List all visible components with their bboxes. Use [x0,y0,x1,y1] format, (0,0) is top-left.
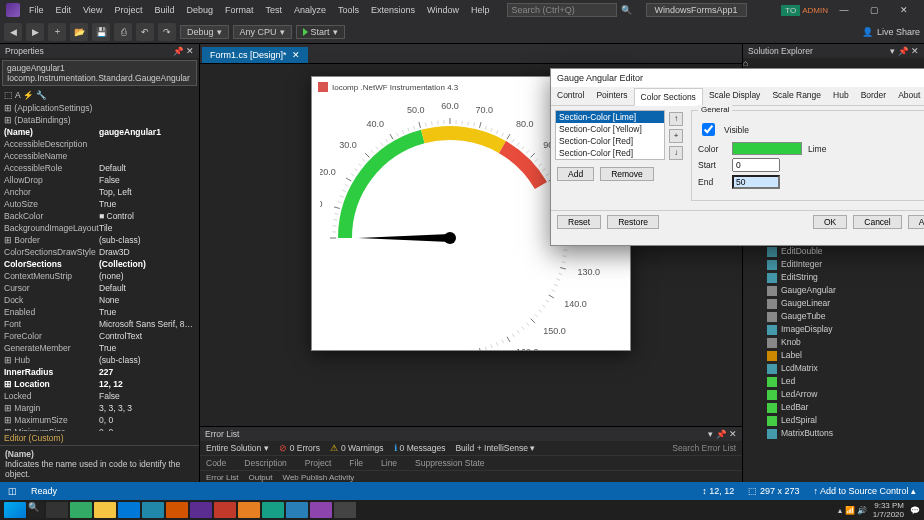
tree-node[interactable]: EditDouble [743,245,924,258]
config-dropdown[interactable]: Debug▾ [180,25,229,39]
property-row[interactable]: AutoSizeTrue [0,198,199,210]
error-col[interactable]: Project [305,458,331,468]
pin-icon[interactable]: ▾ 📌 ✕ [708,429,737,439]
property-row[interactable]: BackgroundImageLayoutTile [0,222,199,234]
menu-edit[interactable]: Edit [51,3,77,17]
clock-date[interactable]: 1/7/2020 [873,510,904,519]
open-button[interactable]: 📂 [70,23,88,41]
undo-button[interactable]: ↶ [136,23,154,41]
bottom-tab[interactable]: Error List [206,473,238,482]
pin-icon[interactable]: 📌 ✕ [173,46,194,56]
menu-extensions[interactable]: Extensions [366,3,420,17]
color-swatch[interactable] [732,142,802,155]
bottom-tab[interactable]: Output [248,473,272,482]
source-control-button[interactable]: ↑ Add to Source Control ▴ [813,486,916,496]
tab-close-icon[interactable]: ✕ [292,50,300,60]
section-list-item[interactable]: Section-Color [Red] [556,135,664,147]
property-row[interactable]: GenerateMemberTrue [0,342,199,354]
platform-dropdown[interactable]: Any CPU▾ [233,25,292,39]
windows-taskbar[interactable]: 🔍 ▴ 📶 🔊 9:33 PM 1/7/2020 💬 [0,500,924,520]
taskbar-app[interactable] [166,502,188,518]
global-search-input[interactable]: Search (Ctrl+Q) [507,3,617,17]
property-row[interactable]: BackColor■ Control [0,210,199,222]
property-row[interactable]: ⊞ (ApplicationSettings) [0,102,199,114]
clock-time[interactable]: 9:33 PM [874,501,904,510]
dialog-title-bar[interactable]: Gauge Angular Editor ✕ [551,69,924,87]
maximize-button[interactable]: ▢ [860,1,888,19]
end-input[interactable] [732,175,780,189]
apply-button[interactable]: Apply [908,215,924,229]
property-row[interactable]: ⊞ MaximumSize0, 0 [0,414,199,426]
property-row[interactable]: EnabledTrue [0,306,199,318]
menu-window[interactable]: Window [422,3,464,17]
section-list-item[interactable]: Section-Color [Red] [556,147,664,159]
minimize-button[interactable]: — [830,1,858,19]
property-row[interactable]: ⊞ Location12, 12 [0,378,199,390]
dialog-tab[interactable]: Pointers [590,87,633,105]
error-col[interactable]: File [349,458,363,468]
taskbar-app[interactable] [142,502,164,518]
section-list-item[interactable]: Section-Color [Yellow] [556,123,664,135]
tree-node[interactable]: EditString [743,271,924,284]
taskbar-app[interactable] [94,502,116,518]
property-row[interactable]: ⊞ Hub(sub-class) [0,354,199,366]
taskbar-app[interactable] [286,502,308,518]
cancel-button[interactable]: Cancel [853,215,901,229]
dialog-tab[interactable]: About [892,87,924,105]
restore-button[interactable]: Restore [607,215,659,229]
move-up-button[interactable]: ↑ [669,112,683,126]
properties-object-selector[interactable]: gaugeAngular1 Iocomp.Instrumentation.Sta… [2,60,197,86]
tree-node[interactable]: MatrixButtons [743,427,924,440]
add-section-button[interactable]: Add [557,167,594,181]
taskbar-app[interactable] [190,502,212,518]
pin-icon[interactable]: ▾ 📌 ✕ [890,46,919,56]
error-search-input[interactable]: Search Error List [672,443,736,453]
tree-node[interactable]: ImageDisplay [743,323,924,336]
property-row[interactable]: ColorSections(Collection) [0,258,199,270]
custom-editor-link[interactable]: Editor (Custom) [0,431,199,445]
nav-back-button[interactable]: ◀ [4,23,22,41]
tree-node[interactable]: LedBar [743,401,924,414]
nav-fwd-button[interactable]: ▶ [26,23,44,41]
error-col[interactable]: Description [244,458,287,468]
property-row[interactable]: ⊞ Margin3, 3, 3, 3 [0,402,199,414]
add-inline-button[interactable]: + [669,129,683,143]
reset-button[interactable]: Reset [557,215,601,229]
dialog-tab[interactable]: Color Sections [634,88,703,106]
property-row[interactable]: ForeColorControlText [0,330,199,342]
save-button[interactable]: 💾 [92,23,110,41]
menu-build[interactable]: Build [149,3,179,17]
task-view-button[interactable] [46,502,68,518]
property-row[interactable]: ContextMenuStrip(none) [0,270,199,282]
property-row[interactable]: AccessibleRoleDefault [0,162,199,174]
tree-node[interactable]: GaugeAngular [743,284,924,297]
property-row[interactable]: AccessibleName [0,150,199,162]
visible-checkbox[interactable] [702,123,715,136]
move-down-button[interactable]: ↓ [669,146,683,160]
taskbar-app[interactable] [118,502,140,518]
tray-icons[interactable]: ▴ 📶 🔊 [838,506,866,515]
error-col[interactable]: Suppression State [415,458,484,468]
start-menu-button[interactable] [4,502,26,518]
tree-node[interactable]: LedSpiral [743,414,924,427]
error-col[interactable]: Line [381,458,397,468]
property-row[interactable]: FontMicrosoft Sans Serif, 8.25pt [0,318,199,330]
tree-node[interactable]: GaugeTube [743,310,924,323]
section-list-item[interactable]: Section-Color [Lime] [556,111,664,123]
close-button[interactable]: ✕ [890,1,918,19]
properties-grid[interactable]: ⊞ (ApplicationSettings)⊞ (DataBindings)(… [0,102,199,431]
remove-section-button[interactable]: Remove [600,167,654,181]
error-scope-dropdown[interactable]: Entire Solution ▾ [206,443,269,453]
errors-filter[interactable]: ⊘0 Errors [279,443,320,453]
menu-format[interactable]: Format [220,3,259,17]
property-row[interactable]: CursorDefault [0,282,199,294]
property-row[interactable]: LockedFalse [0,390,199,402]
menu-analyze[interactable]: Analyze [289,3,331,17]
property-row[interactable]: DockNone [0,294,199,306]
dialog-tab[interactable]: Border [855,87,893,105]
gauge-editor-dialog[interactable]: Gauge Angular Editor ✕ ControlPointersCo… [550,68,924,246]
property-row[interactable]: InnerRadius227 [0,366,199,378]
menu-view[interactable]: View [78,3,107,17]
taskbar-app[interactable] [334,502,356,518]
user-badge[interactable]: TO [781,5,800,16]
